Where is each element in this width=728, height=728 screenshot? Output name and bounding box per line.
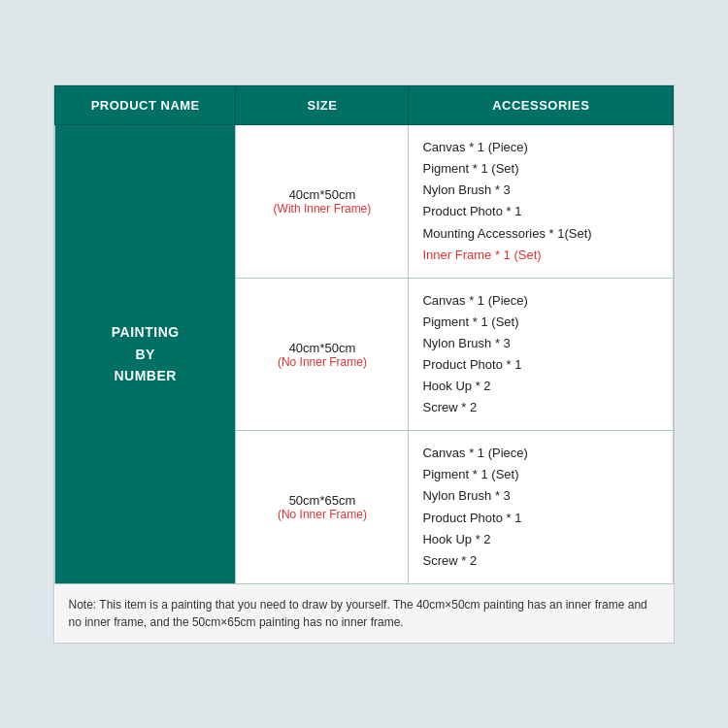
accessories-cell-2: Canvas * 1 (Piece)Pigment * 1 (Set)Nylon…: [409, 431, 674, 584]
product-table-container: PRODUCT NAME SIZE ACCESSORIES PAINTING B…: [53, 84, 675, 644]
size-cell-0: 40cm*50cm(With Inner Frame): [236, 125, 409, 279]
header-accessories: ACCESSORIES: [409, 86, 674, 125]
size-cell-2: 50cm*65cm(No Inner Frame): [236, 431, 409, 584]
accessories-cell-0: Canvas * 1 (Piece)Pigment * 1 (Set)Nylon…: [409, 125, 674, 279]
product-name-cell: PAINTING BY NUMBER: [55, 125, 236, 584]
note-text: Note: This item is a painting that you n…: [55, 583, 674, 643]
accessories-cell-1: Canvas * 1 (Piece)Pigment * 1 (Set)Nylon…: [409, 278, 674, 431]
header-size: SIZE: [236, 86, 409, 125]
size-cell-1: 40cm*50cm(No Inner Frame): [236, 278, 409, 431]
header-product-name: PRODUCT NAME: [55, 86, 236, 125]
